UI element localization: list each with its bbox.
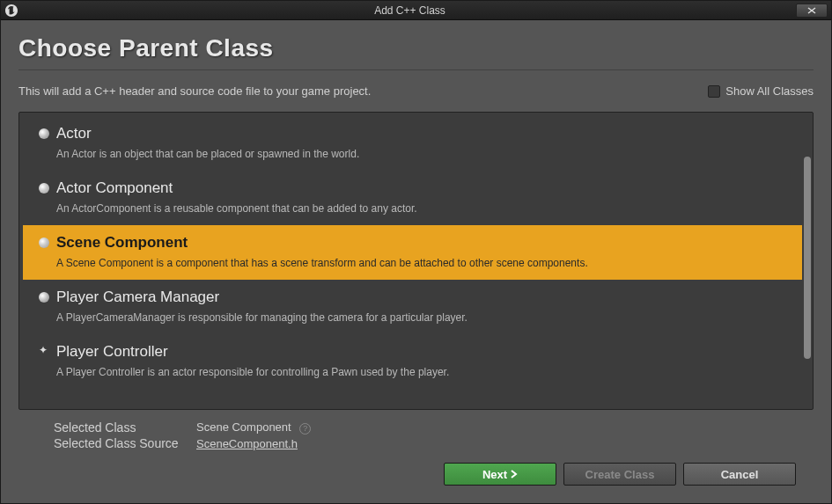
button-row: Next Create Class Cancel	[54, 463, 796, 486]
class-item-title: Player Controller	[56, 343, 168, 361]
dialog-content: Choose Parent Class This will add a C++ …	[1, 20, 831, 503]
selected-class-text: Scene Component	[196, 420, 291, 434]
class-item-title: Actor Component	[56, 179, 173, 197]
footer: Selected Class Scene Component ? Selecte…	[18, 410, 814, 491]
sphere-icon	[39, 292, 49, 303]
class-item-actor-component[interactable]: Actor Component An ActorComponent is a r…	[23, 171, 802, 225]
class-item-title: Player Camera Manager	[56, 289, 219, 306]
show-all-classes-row: Show All Classes	[708, 84, 814, 98]
class-list-inner: Actor An Actor is an object that can be …	[23, 116, 802, 405]
close-button[interactable]	[796, 4, 828, 18]
class-item-desc: A Scene Component is a component that ha…	[56, 257, 786, 269]
chevron-right-icon	[511, 470, 518, 478]
class-item-actor[interactable]: Actor An Actor is an object that can be …	[23, 116, 802, 171]
next-button[interactable]: Next	[444, 463, 556, 486]
class-list: Actor An Actor is an object that can be …	[18, 112, 814, 410]
help-icon[interactable]: ?	[299, 423, 311, 435]
selected-info: Selected Class Scene Component ? Selecte…	[54, 420, 796, 450]
selected-class-label: Selected Class	[54, 420, 196, 435]
titlebar: Add C++ Class	[1, 1, 831, 20]
show-all-classes-checkbox[interactable]	[708, 85, 720, 98]
selected-class-value: Scene Component ?	[196, 420, 311, 435]
scrollbar[interactable]	[804, 157, 811, 359]
controller-icon	[39, 347, 49, 357]
component-icon	[39, 237, 49, 248]
close-icon	[806, 7, 817, 14]
class-item-desc: A PlayerCameraManager is responsible for…	[56, 311, 786, 324]
create-class-button: Create Class	[563, 463, 676, 486]
page-description: This will add a C++ header and source co…	[18, 84, 371, 98]
window-title: Add C++ Class	[24, 4, 796, 17]
create-class-label: Create Class	[585, 468, 655, 481]
class-item-title: Scene Component	[56, 234, 188, 252]
class-item-scene-component[interactable]: Scene Component A Scene Component is a c…	[23, 225, 802, 280]
class-item-player-camera-manager[interactable]: Player Camera Manager A PlayerCameraMana…	[23, 280, 802, 334]
unreal-logo-icon	[4, 4, 18, 18]
component-icon	[39, 183, 49, 194]
dialog-window: Add C++ Class Choose Parent Class This w…	[0, 0, 832, 504]
next-button-label: Next	[482, 468, 507, 481]
class-item-desc: An ActorComponent is a reusable componen…	[56, 202, 786, 215]
cancel-button[interactable]: Cancel	[683, 463, 796, 486]
class-item-player-controller[interactable]: Player Controller A Player Controller is…	[23, 334, 802, 389]
subheader-row: This will add a C++ header and source co…	[18, 84, 814, 98]
class-item-title: Actor	[56, 125, 92, 142]
class-item-desc: An Actor is an object that can be placed…	[56, 148, 786, 160]
cancel-button-label: Cancel	[721, 468, 759, 481]
selected-source-label: Selected Class Source	[54, 436, 196, 450]
page-heading: Choose Parent Class	[18, 34, 814, 69]
divider	[18, 69, 814, 70]
sphere-icon	[39, 128, 49, 139]
show-all-classes-label: Show All Classes	[725, 84, 814, 98]
selected-source-link[interactable]: SceneComponent.h	[196, 437, 298, 450]
class-item-desc: A Player Controller is an actor responsi…	[56, 366, 786, 378]
